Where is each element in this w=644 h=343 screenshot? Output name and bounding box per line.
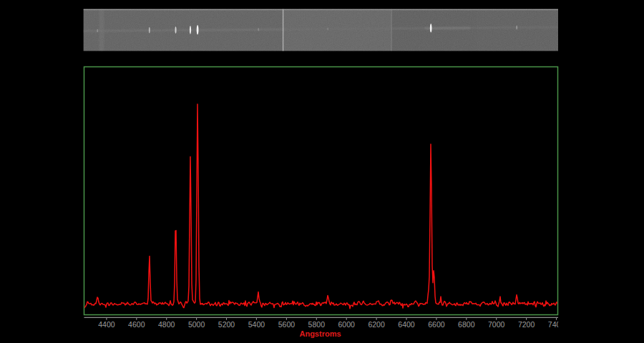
svg-text:5800: 5800 <box>308 320 326 329</box>
svg-text:6800: 6800 <box>458 320 475 329</box>
svg-text:6000: 6000 <box>338 320 356 329</box>
svg-text:6200: 6200 <box>368 320 385 329</box>
svg-text:4800: 4800 <box>158 320 175 329</box>
svg-text:5200: 5200 <box>218 320 235 329</box>
svg-text:5000: 5000 <box>188 320 205 329</box>
svg-text:Angstroms: Angstroms <box>299 329 341 338</box>
svg-text:6600: 6600 <box>428 320 445 329</box>
svg-text:7000: 7000 <box>488 320 505 329</box>
svg-text:7200: 7200 <box>518 320 535 329</box>
svg-text:5400: 5400 <box>248 320 265 329</box>
svg-text:4400: 4400 <box>98 320 115 329</box>
svg-text:6400: 6400 <box>398 320 415 329</box>
svg-text:4600: 4600 <box>128 320 145 329</box>
svg-text:5600: 5600 <box>278 320 296 329</box>
